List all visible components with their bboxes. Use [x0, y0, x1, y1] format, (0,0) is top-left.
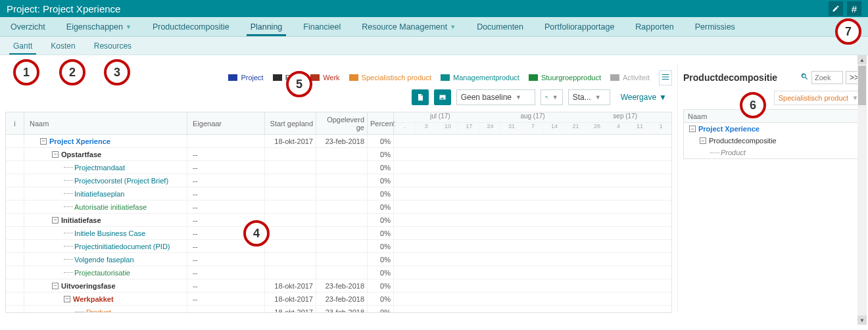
- pd-col-name[interactable]: Naam: [684, 110, 862, 123]
- col-owner[interactable]: Eigenaar: [187, 112, 265, 134]
- row-label[interactable]: Werkpakket: [73, 295, 114, 303]
- tree-toggle[interactable]: −: [689, 126, 696, 132]
- cell-name[interactable]: Initiele Business Case: [24, 227, 187, 239]
- tab-overzicht[interactable]: Overzicht: [0, 17, 56, 36]
- cell-owner: [187, 135, 265, 147]
- cell-info: [6, 266, 24, 279]
- pd-row-label[interactable]: Product: [721, 149, 746, 156]
- col-name[interactable]: Naam: [24, 112, 187, 134]
- table-row[interactable]: −Initiatiefase--0%: [6, 214, 671, 227]
- table-row[interactable]: −Opstartfase--0%: [6, 148, 671, 161]
- tab-permissies[interactable]: Permissies: [685, 17, 746, 36]
- status-select[interactable]: Sta...▼: [568, 89, 610, 105]
- hash-icon[interactable]: #: [847, 1, 861, 16]
- cell-name[interactable]: Projectmandaat: [24, 161, 187, 174]
- view-select[interactable]: Weergave▼: [615, 89, 672, 105]
- tab-rapporten[interactable]: Rapporten: [625, 17, 684, 36]
- gantt-pane: ProjectFaseWerkSpecialistisch productMan…: [0, 63, 677, 313]
- cell-name[interactable]: −Uitvoeringsfase: [24, 279, 187, 292]
- table-row[interactable]: Initiele Business Case--0%: [6, 227, 671, 240]
- cell-name[interactable]: Projectvoorstel (Project Brief): [24, 174, 187, 187]
- subtab-resources[interactable]: Resources: [85, 37, 141, 55]
- pd-tree-row[interactable]: −Project Xperience: [684, 123, 862, 135]
- gantt-day: 21: [565, 123, 586, 133]
- tab-documenten[interactable]: Documenten: [466, 17, 534, 36]
- cell-name[interactable]: −Werkpakket: [24, 293, 187, 305]
- table-row[interactable]: −Project Xperience18-okt-201723-feb-2018…: [6, 135, 671, 148]
- scroll-thumb[interactable]: [858, 66, 866, 105]
- cell-name[interactable]: Volgende faseplan: [24, 253, 187, 266]
- tree-toggle[interactable]: −: [52, 217, 59, 224]
- vertical-scrollbar[interactable]: ▲ ▼: [857, 55, 867, 325]
- cell-deliv: [316, 174, 368, 187]
- scroll-up-arrow[interactable]: ▲: [857, 55, 867, 64]
- cell-deliv: [316, 253, 368, 266]
- row-label[interactable]: Initiatiefaseplan: [74, 190, 124, 198]
- cell-deliv: 23-feb-2018: [316, 306, 368, 312]
- table-row[interactable]: Volgende faseplan--0%: [6, 253, 671, 266]
- tab-planning[interactable]: Planning: [240, 17, 293, 36]
- table-row[interactable]: −Werkpakket--18-okt-201723-feb-20180%: [6, 293, 671, 306]
- cell-name[interactable]: −Initiatiefase: [24, 214, 187, 226]
- tree-leaf-icon: [64, 233, 73, 233]
- edit-icon[interactable]: [829, 1, 843, 16]
- tab-financieel[interactable]: Financieel: [293, 17, 351, 36]
- scroll-down-arrow[interactable]: ▼: [857, 316, 867, 325]
- tab-portfoliorapportage[interactable]: Portfoliorapportage: [534, 17, 625, 36]
- row-label[interactable]: Projectautorisatie: [74, 269, 130, 277]
- subtab-gantt[interactable]: Gantt: [4, 37, 41, 55]
- row-label[interactable]: Product: [86, 308, 111, 313]
- pd-tree-row[interactable]: Product: [684, 147, 862, 158]
- table-row[interactable]: Autorisatie initiatiefase--0%: [6, 200, 671, 214]
- baseline-select[interactable]: Geen baseline▼: [456, 89, 535, 105]
- pd-filter-select[interactable]: Specialistisch product ▼: [774, 91, 863, 105]
- image-export-button[interactable]: [434, 89, 451, 105]
- tree-toggle[interactable]: −: [52, 283, 59, 289]
- tree-toggle[interactable]: −: [40, 138, 47, 145]
- col-percent[interactable]: Percent: [368, 112, 394, 134]
- row-label[interactable]: Project Xperience: [49, 137, 110, 145]
- tab-resource-management[interactable]: Resource Management▼: [351, 17, 466, 36]
- tree-toggle[interactable]: −: [700, 137, 706, 144]
- cell-start: 18-okt-2017: [265, 293, 316, 305]
- col-delivered[interactable]: Opgeleverd ge: [316, 112, 368, 134]
- col-info[interactable]: i: [6, 112, 24, 134]
- row-label[interactable]: Autorisatie initiatiefase: [74, 203, 147, 211]
- zoom-select[interactable]: ▼: [541, 89, 563, 105]
- col-start[interactable]: Start gepland: [265, 112, 316, 134]
- row-label[interactable]: Uitvoeringsfase: [61, 282, 116, 290]
- row-label[interactable]: Initiele Business Case: [74, 229, 145, 237]
- table-row[interactable]: Product--18-okt-201723-feb-20180%: [6, 306, 671, 312]
- pd-tree-row[interactable]: −Productdecompositie: [684, 135, 862, 147]
- cell-name[interactable]: Product: [24, 306, 187, 312]
- table-row[interactable]: −Uitvoeringsfase--18-okt-201723-feb-2018…: [6, 279, 671, 293]
- tree-toggle[interactable]: −: [52, 151, 59, 158]
- tab-eigenschappen[interactable]: Eigenschappen▼: [56, 17, 142, 36]
- cell-name[interactable]: Projectautorisatie: [24, 266, 187, 279]
- table-row[interactable]: Projectmandaat--0%: [6, 161, 671, 174]
- table-row[interactable]: Projectinitiatiedocument (PID)--0%: [6, 240, 671, 253]
- pd-row-label[interactable]: Productdecompositie: [709, 137, 777, 145]
- legend-settings-icon[interactable]: [659, 70, 672, 85]
- cell-pct: 0%: [368, 293, 394, 305]
- row-label[interactable]: Initiatiefase: [61, 216, 101, 224]
- row-label[interactable]: Opstartfase: [61, 151, 101, 158]
- tab-productdecompositie[interactable]: Productdecompositie: [142, 17, 240, 36]
- cell-name[interactable]: −Project Xperience: [24, 135, 187, 147]
- table-row[interactable]: Projectvoorstel (Project Brief)--0%: [6, 174, 671, 187]
- cell-name[interactable]: −Opstartfase: [24, 148, 187, 160]
- row-label[interactable]: Projectmandaat: [74, 164, 125, 172]
- pd-search-input[interactable]: [811, 71, 843, 84]
- table-row[interactable]: Projectautorisatie--0%: [6, 266, 671, 279]
- pdf-export-button[interactable]: [412, 89, 429, 105]
- pd-row-label[interactable]: Project Xperience: [698, 125, 760, 133]
- row-label[interactable]: Volgende faseplan: [74, 256, 134, 264]
- cell-name[interactable]: Projectinitiatiedocument (PID): [24, 240, 187, 252]
- table-row[interactable]: Initiatiefaseplan--0%: [6, 187, 671, 200]
- subtab-kosten[interactable]: Kosten: [41, 37, 84, 55]
- cell-name[interactable]: Initiatiefaseplan: [24, 187, 187, 200]
- tree-toggle[interactable]: −: [64, 296, 70, 302]
- row-label[interactable]: Projectinitiatiedocument (PID): [74, 243, 170, 250]
- row-label[interactable]: Projectvoorstel (Project Brief): [74, 177, 168, 185]
- cell-name[interactable]: Autorisatie initiatiefase: [24, 200, 187, 213]
